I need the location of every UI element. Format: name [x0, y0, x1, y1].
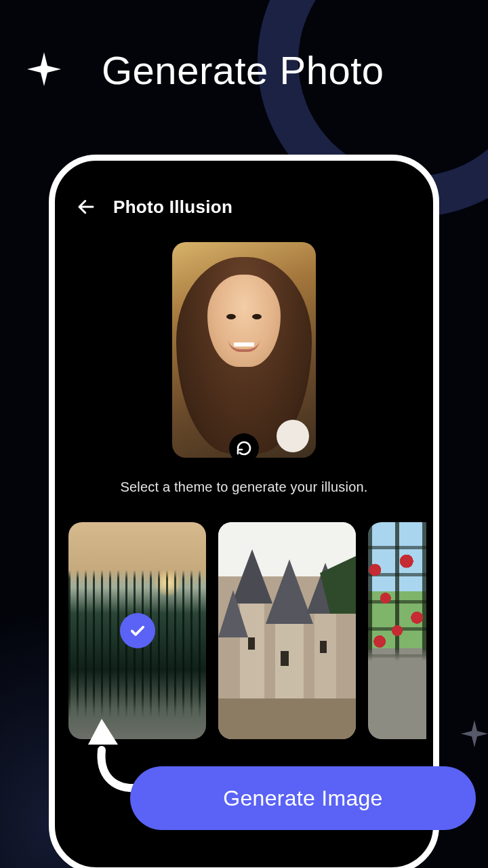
svg-rect-10 [281, 651, 289, 666]
portrait-face-shape [207, 275, 281, 367]
arrow-left-icon [76, 197, 96, 217]
castle-illustration [218, 522, 356, 739]
hero-header: Generate Photo [27, 47, 461, 93]
change-photo-button[interactable] [229, 433, 259, 463]
portrait-eye [226, 314, 236, 319]
svg-rect-12 [320, 641, 327, 653]
checkmark-icon [128, 621, 147, 640]
selected-badge [120, 613, 155, 648]
app-bar: Photo Illusion [68, 195, 420, 219]
back-button[interactable] [74, 195, 98, 219]
portrait-cup-shape [277, 420, 309, 452]
generate-image-label: Generate Image [223, 786, 382, 811]
theme-option-forest[interactable] [68, 522, 206, 739]
reload-icon [236, 440, 252, 456]
generate-image-button[interactable]: Generate Image [130, 766, 476, 830]
svg-rect-9 [218, 698, 356, 739]
preview-container [68, 242, 420, 458]
portrait-mouth [228, 340, 260, 352]
hero-title: Generate Photo [102, 47, 384, 93]
sparkle-icon [27, 52, 61, 86]
svg-rect-3 [240, 604, 264, 698]
sparkle-icon [461, 720, 488, 747]
theme-option-castle[interactable] [218, 522, 356, 739]
svg-rect-11 [248, 637, 255, 650]
portrait-eye [252, 314, 262, 319]
theme-carousel[interactable] [68, 522, 420, 739]
screen-title: Photo Illusion [113, 197, 232, 218]
instruction-text: Select a theme to generate your illusion… [68, 479, 420, 495]
theme-option-garden[interactable] [368, 522, 426, 739]
svg-marker-14 [88, 719, 118, 745]
source-photo-preview[interactable] [172, 242, 316, 458]
